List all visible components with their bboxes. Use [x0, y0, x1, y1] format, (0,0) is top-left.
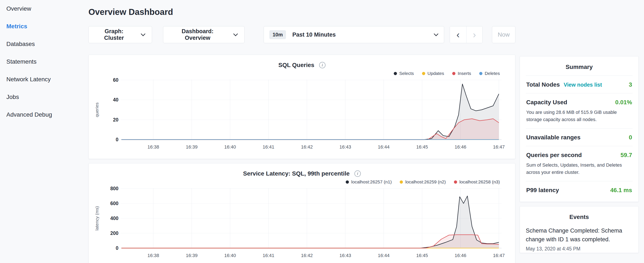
charts-column: SQL Queries i SelectsUpdatesInsertsDelet…: [88, 55, 515, 263]
chevron-down-icon: [141, 34, 146, 36]
svg-text:60: 60: [113, 77, 118, 83]
info-icon[interactable]: i: [319, 62, 326, 68]
chart-plot[interactable]: 020406016:3816:3916:4016:4116:4216:4316:…: [89, 77, 515, 150]
graph-scope-dropdown[interactable]: Graph: Cluster: [88, 26, 152, 43]
summary-value: 0: [629, 134, 632, 141]
svg-text:600: 600: [110, 201, 118, 206]
sidebar-nav-list: OverviewMetricsDatabasesStatementsNetwor…: [6, 6, 85, 118]
legend-label: Deletes: [485, 71, 500, 76]
legend-item[interactable]: Deletes: [479, 71, 500, 76]
summary-label: P99 latency: [526, 187, 559, 194]
svg-text:20: 20: [113, 117, 118, 123]
time-forward-button[interactable]: ›: [466, 26, 483, 43]
svg-text:16:43: 16:43: [339, 253, 351, 258]
svg-text:200: 200: [110, 230, 118, 236]
sql-queries-chart-card: SQL Queries i SelectsUpdatesInsertsDelet…: [88, 55, 515, 159]
summary-value: 46.1 ms: [610, 187, 632, 194]
legend-label: Inserts: [458, 71, 471, 76]
sidebar-item-overview[interactable]: Overview: [6, 6, 85, 12]
dashboard-select-dropdown[interactable]: Dashboard: Overview: [163, 26, 244, 43]
summary-panel: Summary Total NodesView nodes list3Capac…: [520, 56, 639, 202]
time-range-badge: 10m: [270, 30, 286, 39]
chevron-right-icon: ›: [473, 29, 476, 40]
svg-text:16:39: 16:39: [186, 144, 198, 150]
legend-label: localhost:26258 (n3): [460, 179, 500, 184]
event-text: Schema Change Completed: Schema change w…: [526, 226, 632, 244]
summary-row: Total NodesView nodes list3: [526, 76, 632, 93]
events-panel: Events Schema Change Completed: Schema c…: [520, 206, 639, 253]
sidebar-item-advanced-debug[interactable]: Advanced Debug: [6, 112, 85, 118]
summary-description: Sum of Selects, Updates, Inserts, and De…: [526, 161, 632, 176]
sidebar-item-metrics[interactable]: Metrics: [6, 23, 85, 30]
summary-description: You are using 28.6 MiB of 515.9 GiB usab…: [526, 109, 632, 123]
legend-label: Selects: [399, 71, 414, 76]
svg-text:16:40: 16:40: [224, 253, 236, 258]
summary-panel-title: Summary: [526, 56, 632, 76]
svg-text:16:38: 16:38: [147, 253, 159, 258]
legend-item[interactable]: Updates: [422, 71, 444, 76]
svg-text:16:46: 16:46: [454, 144, 466, 150]
summary-row: Unavailable ranges0: [526, 128, 632, 146]
summary-row: Queries per second59.7Sum of Selects, Up…: [526, 146, 632, 181]
event-item[interactable]: Schema Change Completed: Schema change w…: [526, 226, 632, 252]
legend-dot: [452, 72, 456, 75]
dashboard-controls: Graph: Cluster Dashboard: Overview 10m P…: [88, 26, 515, 43]
svg-text:400: 400: [110, 215, 118, 221]
svg-text:16:45: 16:45: [416, 144, 428, 150]
svg-text:0: 0: [116, 245, 118, 251]
chart-legend: localhost:26257 (n1)localhost:26259 (n2)…: [89, 179, 515, 185]
summary-row: Capacity Used0.01%You are using 28.6 MiB…: [526, 93, 632, 128]
graph-scope-label: Graph: Cluster: [95, 28, 133, 41]
events-panel-title: Events: [526, 206, 632, 225]
sidebar-item-jobs[interactable]: Jobs: [6, 94, 85, 100]
chart-title-row: SQL Queries i: [89, 60, 515, 69]
sidebar: OverviewMetricsDatabasesStatementsNetwor…: [0, 0, 85, 263]
summary-label: Total Nodes: [526, 81, 560, 88]
summary-label: Capacity Used: [526, 99, 567, 106]
svg-text:16:44: 16:44: [378, 253, 390, 258]
svg-text:16:42: 16:42: [301, 144, 313, 150]
summary-value: 59.7: [620, 152, 632, 158]
chevron-down-icon: [434, 34, 438, 36]
svg-text:16:43: 16:43: [339, 144, 351, 150]
summary-label: Queries per second: [526, 152, 582, 158]
svg-text:16:40: 16:40: [224, 144, 236, 150]
legend-dot: [479, 72, 482, 75]
legend-item[interactable]: localhost:26257 (n1): [346, 179, 392, 184]
time-back-button[interactable]: ‹: [450, 26, 466, 43]
chevron-down-icon: [233, 34, 238, 36]
summary-value: 3: [629, 81, 632, 88]
view-nodes-list-link[interactable]: View nodes list: [564, 82, 602, 88]
legend-dot: [454, 180, 457, 184]
svg-text:16:39: 16:39: [186, 253, 198, 258]
chevron-left-icon: ‹: [456, 29, 460, 40]
chart-title: SQL Queries: [278, 62, 314, 68]
svg-text:16:38: 16:38: [147, 144, 159, 150]
legend-item[interactable]: Selects: [394, 71, 414, 76]
legend-item[interactable]: Inserts: [452, 71, 471, 76]
time-pager: ‹ ›: [450, 26, 483, 43]
legend-item[interactable]: localhost:26258 (n3): [454, 179, 500, 184]
time-range-dropdown[interactable]: 10m Past 10 Minutes: [264, 26, 444, 43]
right-sidebar: Summary Total NodesView nodes list3Capac…: [520, 56, 639, 263]
legend-dot: [394, 72, 397, 75]
app-root: OverviewMetricsDatabasesStatementsNetwor…: [0, 0, 644, 263]
summary-rows: Total NodesView nodes list3Capacity Used…: [526, 76, 632, 199]
dashboard-select-label: Dashboard: Overview: [170, 28, 226, 41]
chart-title-row: Service Latency: SQL, 99th percentile i: [89, 169, 515, 178]
sidebar-item-databases[interactable]: Databases: [6, 41, 85, 47]
chart-legend: SelectsUpdatesInsertsDeletes: [89, 70, 515, 77]
time-range-label: Past 10 Minutes: [292, 32, 434, 38]
legend-item[interactable]: localhost:26259 (n2): [400, 179, 446, 184]
event-timestamp: May 13, 2020 at 4:45 PM: [526, 246, 632, 252]
svg-text:16:41: 16:41: [262, 144, 274, 150]
service-latency-chart-card: Service Latency: SQL, 99th percentile i …: [88, 163, 515, 263]
legend-label: localhost:26259 (n2): [405, 179, 446, 184]
now-button[interactable]: Now: [492, 26, 515, 43]
sidebar-item-network-latency[interactable]: Network Latency: [6, 76, 85, 83]
legend-dot: [422, 72, 425, 75]
info-icon[interactable]: i: [354, 170, 361, 177]
chart-plot[interactable]: 020040060080016:3816:3916:4016:4116:4216…: [89, 185, 515, 259]
svg-text:16:41: 16:41: [262, 253, 274, 258]
sidebar-item-statements[interactable]: Statements: [6, 59, 85, 65]
